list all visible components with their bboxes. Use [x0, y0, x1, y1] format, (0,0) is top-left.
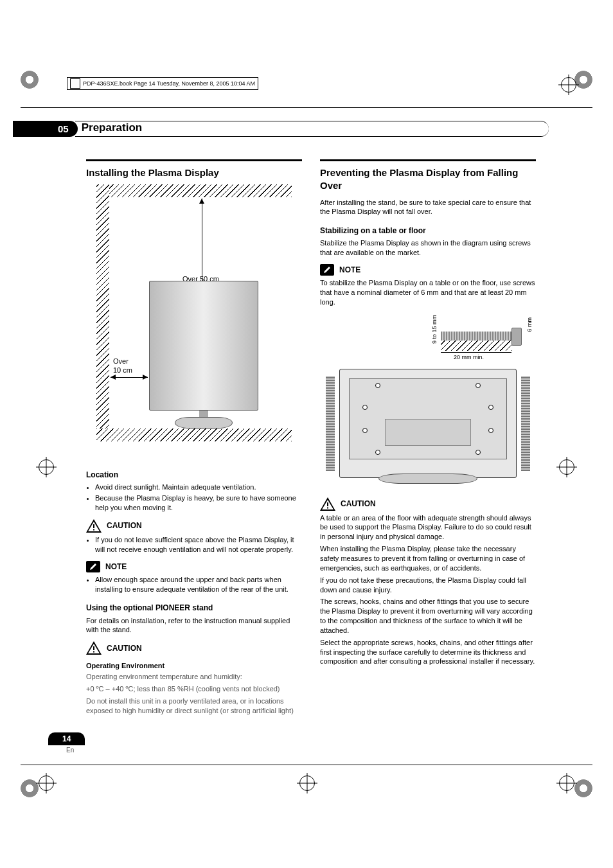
pioneer-stand-text: For details on installation, refer to th… [86, 616, 302, 635]
right-heading: Preventing the Plasma Display from Falli… [320, 166, 536, 193]
heading-rule [86, 159, 302, 164]
svg-rect-5 [327, 507, 328, 508]
screw-hole-icon [488, 405, 493, 410]
left-heading: Installing the Plasma Display [86, 166, 302, 179]
dimension-label: 10 cm [113, 366, 132, 375]
speaker-grill [326, 376, 335, 471]
note-pencil-icon [86, 561, 100, 572]
svg-rect-2 [93, 646, 94, 650]
screw-thread [441, 332, 511, 341]
wall-hatch [96, 184, 109, 441]
note-row: NOTE [320, 264, 536, 276]
svg-rect-1 [93, 529, 94, 530]
svg-rect-4 [327, 502, 328, 506]
env-line: +0 ºC – +40 ºC; less than 85 %RH (coolin… [86, 684, 302, 694]
screw-hole-icon [362, 405, 368, 410]
list-item: Because the Plasma Display is heavy, be … [95, 493, 302, 513]
caution-row: CAUTION [86, 519, 302, 533]
location-list: Avoid direct sunlight. Maintain adequate… [86, 483, 302, 513]
caution-paragraph: Select the appropriate screws, hooks, ch… [320, 638, 536, 667]
registration-mark-icon [39, 459, 54, 475]
location-heading: Location [86, 470, 302, 480]
wall-hatch [96, 429, 292, 441]
caution-paragraph: A table or an area of the floor with ade… [320, 513, 536, 542]
screw-hole-icon [362, 428, 368, 433]
registration-mark-icon [299, 775, 315, 791]
screw-hole-icon [475, 383, 481, 388]
tv-back-inner [349, 378, 507, 459]
tv-side-view [149, 281, 258, 429]
tv-back-panel [339, 369, 517, 478]
book-metadata-text: PDP-436SXE.book Page 14 Tuesday, Novembe… [83, 80, 255, 87]
list-item: Allow enough space around the upper and … [95, 575, 302, 594]
operating-env-heading: Operating Environment [86, 661, 302, 671]
hatch-surface [441, 341, 511, 351]
caution-triangle-icon [86, 519, 102, 533]
registration-mark-icon [559, 459, 574, 475]
registration-mark-icon [559, 775, 574, 791]
book-icon [70, 78, 80, 89]
caution-paragraph: The screws, hooks, chains and other fitt… [320, 597, 536, 635]
caution-row: CAUTION [320, 497, 536, 511]
caution-row: CAUTION [86, 641, 302, 655]
stabilizing-text: Stabilize the Plasma Display as shown in… [320, 238, 536, 258]
screw-hole-icon [488, 428, 493, 433]
page-number-block: 14 En [48, 732, 85, 754]
caution-paragraph: When installing the Plasma Display, plea… [320, 544, 536, 573]
figure-installation-clearance: Over 50 cm Over 10 cm [86, 184, 302, 461]
svg-rect-0 [93, 524, 94, 528]
heading-rule [320, 159, 536, 164]
env-line: Operating environment temperature and hu… [86, 672, 302, 682]
caution-triangle-icon [86, 641, 102, 655]
screw-head [511, 328, 522, 346]
connector-panel [385, 419, 471, 446]
crop-line [21, 765, 592, 765]
dimension-label: Over [113, 357, 129, 366]
tv-stand [378, 474, 477, 484]
svg-rect-3 [93, 651, 94, 653]
dimension-line [441, 352, 511, 353]
caution-paragraph: If you do not take these precautions, th… [320, 576, 536, 595]
section-title: Preparation [82, 121, 549, 134]
dimension-label: 20 mm min. [454, 353, 484, 361]
crop-mark-icon [574, 71, 592, 89]
note-text: To stabilize the Plasma Display on a tab… [320, 278, 536, 307]
crop-mark-icon [21, 71, 39, 89]
screw-diagram: 6 mm 9 to 15 mm 20 mm min. [415, 317, 531, 362]
note-row: NOTE [86, 561, 302, 572]
tv-stand [175, 417, 233, 429]
crop-mark-icon [21, 779, 39, 797]
screw-hole-icon [375, 450, 380, 455]
note-label: NOTE [105, 562, 127, 572]
note-pencil-icon [320, 264, 334, 276]
caution-label: CAUTION [107, 520, 142, 531]
section-number-badge: 05 [13, 121, 78, 137]
left-column: Installing the Plasma Display Over 50 cm… [86, 159, 302, 718]
registration-mark-icon [561, 77, 576, 93]
speaker-grill [521, 376, 530, 471]
env-line: Do not install this unit in a poorly ven… [86, 696, 302, 716]
caution-label: CAUTION [107, 643, 142, 653]
book-metadata-line: PDP-436SXE.book Page 14 Tuesday, Novembe… [67, 77, 258, 90]
page-language: En [66, 747, 85, 754]
content-columns: Installing the Plasma Display Over 50 cm… [86, 159, 536, 718]
caution-label: CAUTION [341, 499, 376, 509]
section-header: 05 Preparation [13, 120, 549, 137]
note-label: NOTE [339, 265, 360, 275]
note-list: Allow enough space around the upper and … [86, 575, 302, 594]
registration-mark-icon [39, 775, 54, 791]
section-rule: Preparation [75, 121, 549, 137]
tv-panel [149, 281, 258, 411]
list-item: If you do not leave sufficient space abo… [95, 535, 302, 554]
intro-text: After installing the stand, be sure to t… [320, 198, 536, 217]
stabilizing-heading: Stabilizing on a table or floor [320, 226, 536, 236]
page-scan: PDP-436SXE.book Page 14 Tuesday, Novembe… [0, 0, 613, 868]
page-number: 14 [48, 732, 85, 745]
crop-line [21, 107, 592, 108]
crop-mark-icon [574, 779, 592, 797]
dimension-label: 9 to 15 mm [431, 315, 438, 344]
caution-list: If you do not leave sufficient space abo… [86, 535, 302, 554]
right-column: Preventing the Plasma Display from Falli… [320, 159, 536, 718]
wall-hatch [96, 184, 292, 197]
pioneer-stand-heading: Using the optional PIONEER stand [86, 603, 302, 613]
